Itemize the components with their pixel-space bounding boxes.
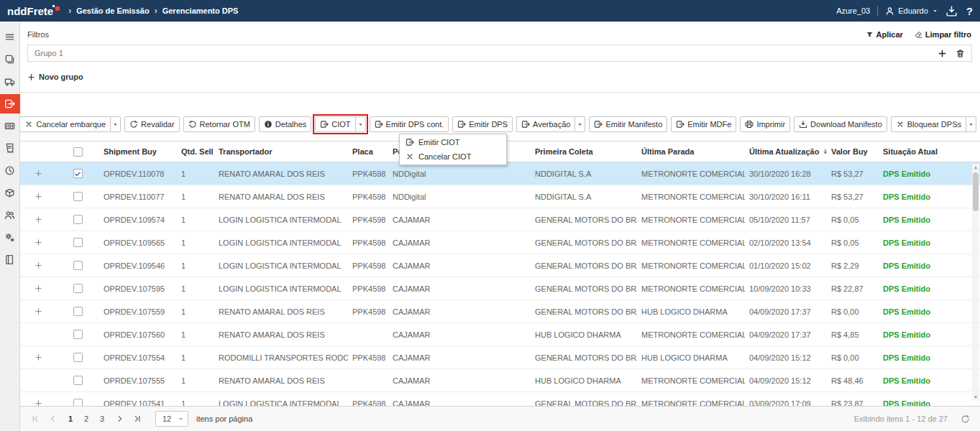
expand-row-button[interactable] [35,307,42,315]
column-header-primeira-coleta[interactable]: Primeira Coleta [531,147,637,156]
cell-shipment_buy: OPRDEV.107560 [99,330,177,339]
expand-row-button[interactable] [35,261,42,269]
column-header-placa[interactable]: Placa [348,147,388,156]
apply-filter-button[interactable]: Aplicar [866,30,903,39]
clear-filter-button[interactable]: Limpar filtro [915,30,971,39]
scroll-up-button[interactable]: ▲ [972,164,979,171]
sidebar-item-settings[interactable] [0,228,20,247]
emitir-dps-button[interactable]: Emitir DPS [452,116,513,132]
bloquear-dpss-button[interactable]: Bloquear DPSs [891,116,966,132]
emitir-mdfe-button[interactable]: Emitir MDFe [671,116,736,132]
table-row[interactable]: OPRDEV.1095461LOGIN LOGISTICA INTERMODAL… [20,254,980,277]
prev-page-button[interactable] [45,411,60,427]
add-filter-button[interactable] [938,49,947,58]
sidebar-item-reports[interactable] [0,250,20,269]
refresh-grid-button[interactable] [961,414,970,424]
app-logo[interactable]: nddFrete [7,5,60,17]
user-menu[interactable]: Eduardo [885,6,938,16]
sidebar-item-emission[interactable] [0,94,20,113]
expand-row-button[interactable] [35,170,42,177]
column-header-transportador[interactable]: Transportador [214,147,348,156]
cancelar-embarque-dropdown-toggle[interactable] [110,116,121,132]
delete-group-button[interactable] [956,49,965,58]
menu-item-cancelar-ciot[interactable]: Cancelar CIOT [400,149,506,164]
expand-row-button[interactable] [35,193,42,200]
breadcrumb-item-gerenciamento-dps[interactable]: Gerenciamento DPS [162,6,239,15]
breadcrumb-item-gestao-de-emissao[interactable]: Gestão de Emissão [76,6,150,15]
table-row[interactable]: OPRDEV.1095741LOGIN LOGISTICA INTERMODAL… [20,208,980,231]
sidebar-item-fleet[interactable] [0,72,20,91]
page-number-1[interactable]: 1 [63,411,78,427]
row-checkbox[interactable] [73,261,83,270]
row-checkbox[interactable] [73,330,83,339]
emitir-manifesto-button[interactable]: Emitir Manifesto [589,116,667,132]
table-row[interactable]: OPRDEV.1075951LOGIN LOGISTICA INTERMODAL… [20,277,980,300]
x-icon [896,120,905,129]
averbacao-dropdown-toggle[interactable] [574,116,585,132]
download-center-button[interactable] [945,5,958,17]
table-row[interactable]: OPRDEV.1075411LOGIN LOGISTICA INTERMODAL… [20,392,980,407]
page-number-2[interactable]: 2 [79,411,93,427]
next-page-button[interactable] [112,411,128,427]
imprimir-button[interactable]: Imprimir [740,116,790,132]
select-all-checkbox[interactable] [73,147,83,157]
revalidar-button[interactable]: Revalidar [124,116,179,132]
ciot-button[interactable]: CIOT [315,116,354,132]
column-header-valor-buy[interactable]: Valor Buy [827,147,879,156]
ciot-button-group: CIOT [315,116,365,132]
row-checkbox[interactable] [73,284,83,293]
sidebar-item-menu[interactable] [0,27,20,47]
column-header-shipment-buy[interactable]: Shipment Buy [99,147,177,156]
environment-selector[interactable]: Azure_03 [836,6,870,15]
column-header-situacao-atual[interactable]: Situação Atual [879,147,972,156]
sidebar-item-invoices[interactable] [0,139,20,158]
menu-item-emitir-ciot[interactable]: Emitir CIOT [400,135,506,149]
sidebar-item-billing[interactable] [0,116,20,136]
ciot-dropdown-toggle[interactable] [355,116,366,132]
column-header-ultima-atualizacao[interactable]: Última Atualização [745,147,827,156]
expand-row-button[interactable] [35,238,42,246]
emitir-dps-cont-button[interactable]: Emitir DPS cont. [370,116,449,132]
column-header-ultima-parada[interactable]: Última Parada [637,147,745,156]
scrollbar-thumb[interactable] [973,172,979,211]
column-header-qtd-sell[interactable]: Qtd. Sell [177,147,214,156]
sidebar-item-history[interactable] [0,161,20,180]
cancelar-embarque-button[interactable]: Cancelar embarque [19,116,110,132]
expand-row-button[interactable] [35,353,42,361]
row-checkbox[interactable] [73,376,83,385]
emit-icon [457,120,466,129]
sidebar-item-documents[interactable] [0,50,20,69]
sidebar-item-partners[interactable] [0,205,20,225]
expand-row-button[interactable] [35,216,42,223]
row-checkbox[interactable] [73,215,83,224]
row-checkbox[interactable] [73,353,83,362]
bloquear-dpss-dropdown-toggle[interactable] [966,116,976,132]
row-checkbox[interactable] [73,307,83,316]
page-number-3[interactable]: 3 [95,411,109,427]
retornar-otm-button[interactable]: Retornar OTM [183,116,255,132]
help-button[interactable]: ? [966,5,973,17]
averbacao-button[interactable]: Averbação [516,116,574,132]
sidebar-item-cargo[interactable] [0,183,20,203]
expand-row-button[interactable] [35,284,42,292]
last-page-button[interactable] [129,411,145,427]
table-row[interactable]: OPRDEV.1100771RENATO AMARAL DOS REISPPK4… [20,185,980,208]
table-row[interactable]: OPRDEV.1095651LOGIN LOGISTICA INTERMODAL… [20,231,980,254]
scroll-down-button[interactable]: ▼ [972,394,979,401]
detalhes-button[interactable]: Detalhes [259,116,311,132]
row-checkbox[interactable] [73,238,83,247]
first-page-button[interactable] [27,411,43,427]
page-size-select[interactable]: 12 [155,411,188,427]
row-checkbox[interactable] [73,169,83,178]
row-checkbox[interactable] [73,192,83,201]
emit-icon [676,120,684,129]
table-row[interactable]: OPRDEV.1075551RENATO AMARAL DOS REISCAJA… [20,369,980,392]
table-row[interactable]: OPRDEV.1100781RENATO AMARAL DOS REISPPK4… [20,162,980,185]
filter-group-row[interactable]: Grupo 1 [27,45,972,62]
table-row[interactable]: OPRDEV.1075601RENATO AMARAL DOS REISCAJA… [20,323,980,346]
download-manifesto-button[interactable]: Download Manifesto [794,116,887,132]
table-row[interactable]: OPRDEV.1075541RODOMILLI TRANSPORTES RODO… [20,346,980,369]
vertical-scrollbar[interactable]: ▲ ▼ [972,164,979,401]
table-row[interactable]: OPRDEV.1075591RENATO AMARAL DOS REISPPK4… [20,300,980,323]
new-group-button[interactable]: Novo grupo [27,70,83,83]
